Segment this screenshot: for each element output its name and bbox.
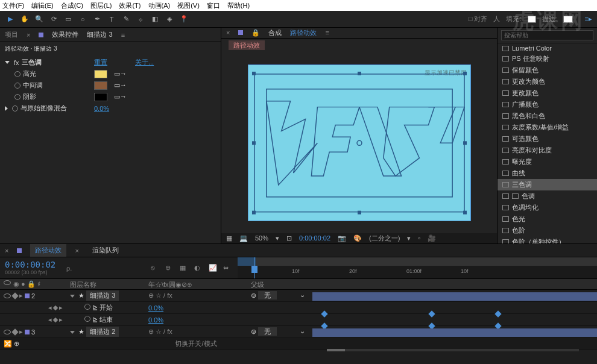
clone-tool-icon[interactable]: ⟐ [135,14,146,25]
layer-row[interactable]: ▸ 2 ★ 细描边 3⊕ ☆ / fx⊚ 无 ⌄ [0,290,597,302]
fx-item-4[interactable]: 更改颜色 [498,87,597,99]
layer-name[interactable]: 细描边 2 [86,327,119,337]
layer-name[interactable]: 细描边 3 [86,290,119,301]
stopwatch-icon[interactable] [84,316,90,322]
fx-item-16[interactable]: 色阶 [498,225,597,236]
visibility-icon[interactable] [4,293,11,298]
roto-tool-icon[interactable]: ◈ [164,14,175,25]
playhead[interactable] [251,266,257,273]
fx-item-11[interactable]: 曲线 [498,168,597,179]
graph-icon[interactable]: 📈 [209,264,217,272]
toggle-modes[interactable]: 切换开关/模式 [145,338,247,350]
fx-item-13[interactable]: 色调 [498,190,597,202]
toggle-switches-icon[interactable]: 🔀 ⊕ [4,340,19,348]
effects-layer[interactable]: 细描边 3 [87,30,112,39]
selection-tool-icon[interactable]: ▶ [5,14,16,25]
fx-item-15[interactable]: 色光 [498,213,597,225]
keyframe-nav-icon[interactable] [11,328,18,335]
comp-mini-icon[interactable]: ⎋ [151,264,159,272]
zoom-value[interactable]: 50% [255,234,268,242]
parent-dropdown[interactable]: 无 ⌄ [258,327,277,336]
menu-effect[interactable]: 效果(T) [119,1,141,10]
shy-icon[interactable]: ⊕ [165,264,174,272]
menu-view[interactable]: 视图(V) [177,1,200,10]
timecode[interactable]: 0:00:00:02 [5,260,62,269]
menu-help[interactable]: 帮助(H) [227,1,250,10]
layer-row[interactable]: ▸ 3 ★ 细描边 2⊕ ☆ / fx⊚ 无 ⌄ [0,326,597,338]
prop-value[interactable]: 0.0% [148,304,163,312]
snapshot-icon[interactable]: 📷 [338,234,346,242]
fx-item-17[interactable]: 色阶（单独控件） [498,236,597,243]
parent-pickwhip-icon[interactable]: ⊚ [251,328,256,335]
layer-color-tag[interactable] [25,330,30,334]
fx-item-5[interactable]: 广播颜色 [498,99,597,110]
highlights-swatch[interactable] [94,70,107,78]
resolution-value[interactable]: (二分之一) [369,234,400,243]
keyframe-nav-icon[interactable] [11,292,18,299]
fx-item-2[interactable]: 保留颜色 [498,64,597,76]
visibility-icon[interactable] [4,330,11,334]
reset-link[interactable]: 重置 [94,58,107,67]
fx-item-10[interactable]: 曝光度 [498,156,597,168]
stopwatch-icon[interactable] [14,83,21,89]
menu-file[interactable]: 文件(F) [2,1,24,10]
blend-value[interactable]: 0.0% [94,105,109,112]
stopwatch-icon[interactable] [12,105,18,111]
shadows-swatch[interactable] [94,93,107,101]
stopwatch-icon[interactable] [14,71,21,77]
view-icon[interactable]: ▫ [418,234,420,242]
fx-item-1[interactable]: PS 任意映射 [498,53,597,64]
timeline-tab-2[interactable]: 渲染队列 [87,244,124,257]
motion-blur-icon[interactable]: ◐ [194,264,203,272]
comp-name[interactable]: 路径动效 [290,28,317,37]
brush-tool-icon[interactable]: ✎ [121,14,131,25]
frame-blend-icon[interactable]: ▦ [180,264,188,272]
effects-tab[interactable]: 效果控件 [52,30,78,39]
about-link[interactable]: 关于... [135,58,154,67]
region-icon[interactable]: ⊡ [286,234,292,242]
fx-item-9[interactable]: 亮度和对比度 [498,145,597,156]
fx-search-input[interactable] [501,30,593,40]
display-icon[interactable]: 💻 [239,234,248,242]
layer-duration-bar[interactable] [312,292,597,301]
fx-item-7[interactable]: 灰度系数/基值/增益 [498,122,597,133]
snap-icon[interactable]: ⇔ [223,264,232,272]
midtones-swatch[interactable] [94,81,107,90]
ellipse-tool-icon[interactable]: ○ [77,14,88,25]
layer-duration-bar[interactable] [312,328,597,337]
fx-item-3[interactable]: 更改为颜色 [498,76,597,87]
fx-item-14[interactable]: 色调均化 [498,202,597,213]
lock-icon[interactable]: 🔒 [251,29,260,37]
grid-icon[interactable]: ▦ [226,234,232,242]
orbit-tool-icon[interactable]: ⟳ [48,14,59,25]
stroke-swatch[interactable] [563,16,573,23]
comp-badge[interactable]: 路径动效 [229,40,265,50]
rect-tool-icon[interactable]: ▭ [63,14,74,25]
color-mgmt-icon[interactable]: 🎨 [353,234,362,242]
menu-comp[interactable]: 合成(C) [61,1,83,10]
menu-anim[interactable]: 动画(A) [148,1,171,10]
fill-swatch[interactable] [528,16,536,23]
add-keyframe-icon[interactable] [53,305,58,310]
project-tab[interactable]: 项目 [5,30,18,39]
prop-value[interactable]: 0.0% [148,316,163,324]
parent-pickwhip-icon[interactable]: ⊚ [251,292,256,299]
view-3d-icon[interactable]: 🎥 [428,234,436,242]
layer-color-tag[interactable] [25,293,30,298]
snap-toggle[interactable]: □ 对齐 [469,14,488,24]
layer-search[interactable] [66,265,115,272]
text-tool-icon[interactable]: T [106,14,117,25]
composition-canvas[interactable]: 显示加速已禁用 [248,64,471,221]
stopwatch-icon[interactable] [14,94,21,100]
puppet-tool-icon[interactable]: 📍 [178,14,189,25]
fx-item-6[interactable]: 黑色和白色 [498,110,597,122]
stopwatch-icon[interactable] [84,304,90,310]
fx-item-12[interactable]: 三色调 [498,179,597,190]
fx-item-0[interactable]: Lumetri Color [498,43,597,53]
menu-layer[interactable]: 图层(L) [90,1,112,10]
menu-window[interactable]: 窗口 [207,1,220,10]
parent-dropdown[interactable]: 无 ⌄ [258,291,277,300]
hand-tool-icon[interactable]: ✋ [19,14,30,25]
viewer-time[interactable]: 0:00:00:02 [299,234,330,242]
fx-item-8[interactable]: 可选颜色 [498,133,597,145]
